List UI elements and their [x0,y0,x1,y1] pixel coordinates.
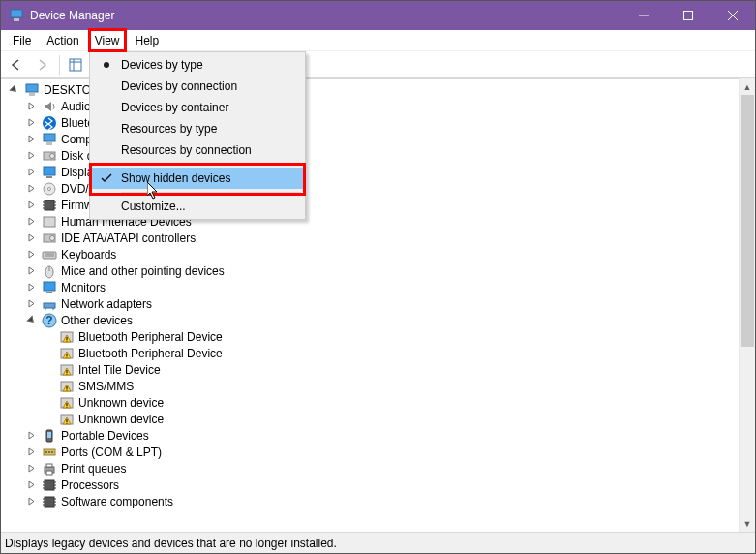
expand-icon[interactable] [24,116,38,130]
svg-rect-71 [45,480,54,490]
tree-node-label: Other devices [61,314,133,327]
tree-category-node[interactable]: Ports (COM & LPT) [24,444,755,460]
tree-node-label: Ports (COM & LPT) [61,446,162,459]
tree-category-node[interactable]: Portable Devices [24,427,755,444]
svg-rect-38 [46,292,52,293]
tree-category-node[interactable]: Print queues [24,460,755,477]
back-button[interactable] [5,53,28,77]
window-title: Device Manager [30,9,621,22]
expand-icon[interactable] [24,133,38,146]
chip-icon [42,494,57,509]
tree-node-label: Unknown device [78,396,164,410]
expand-icon[interactable] [24,462,38,476]
tree-node-label: Audio [61,100,91,113]
tree-category-node[interactable]: ?Other devices [24,312,755,328]
tree-device-node[interactable]: Intel Tile Device [42,361,755,378]
portable-icon [42,428,57,444]
menu-item-label: Resources by type [121,122,217,136]
expand-icon[interactable] [24,231,38,245]
expand-icon[interactable] [24,297,38,311]
expand-icon[interactable] [24,182,38,196]
vertical-scrollbar[interactable]: ▲ ▼ [739,78,755,532]
expand-icon[interactable] [24,166,38,179]
menu-view[interactable]: View [87,32,128,49]
tree-device-node[interactable]: Bluetooth Peripheral Device [42,345,755,361]
expand-icon[interactable] [24,215,38,229]
tree-category-node[interactable]: Software components [24,493,755,509]
collapse-icon[interactable] [24,314,38,327]
svg-rect-11 [26,84,38,92]
monitor-icon [42,280,57,295]
tree-node-label: Software components [61,495,173,508]
tree-node-label: IDE ATA/ATAPI controllers [61,231,196,245]
menu-devices-by-type[interactable]: Devices by type [92,54,303,76]
tree-category-node[interactable]: Mice and other pointing devices [24,262,755,279]
expand-icon[interactable] [24,478,38,492]
menu-show-hidden-devices[interactable]: Show hidden devices [92,168,303,189]
svg-point-66 [48,451,50,453]
tree-category-node[interactable]: Monitors [24,279,755,295]
menu-item-label: Show hidden devices [121,171,230,185]
expand-icon[interactable] [24,446,38,459]
svg-rect-69 [46,464,52,467]
svg-text:?: ? [45,314,52,327]
menu-devices-by-connection[interactable]: Devices by connection [92,76,303,97]
menu-help[interactable]: Help [128,32,167,49]
computer-icon [24,82,40,98]
forward-button[interactable] [30,53,53,77]
bluetooth-icon [42,115,57,131]
svg-point-46 [66,340,67,341]
tree-category-node[interactable]: IDE ATA/ATAPI controllers [24,230,755,246]
menu-action[interactable]: Action [39,32,86,49]
svg-point-49 [66,356,67,357]
svg-rect-63 [47,432,51,438]
tree-category-node[interactable]: Network adapters [24,295,755,312]
menu-resources-by-type[interactable]: Resources by type [92,118,303,139]
warn-icon [59,379,75,394]
tree-node-label: Processors [61,478,119,492]
menu-file[interactable]: File [5,32,39,49]
view-menu-dropdown: Devices by type Devices by connection De… [89,51,306,220]
scroll-thumb[interactable] [741,95,754,347]
tree-category-node[interactable]: Keyboards [24,246,755,262]
tree-category-node[interactable]: Processors [24,477,755,493]
svg-rect-3 [684,12,693,20]
expand-icon[interactable] [24,264,38,278]
scroll-down-arrow[interactable]: ▼ [740,515,755,532]
port-icon [42,445,57,460]
menu-customize[interactable]: Customize... [92,196,303,217]
warn-icon [59,346,75,361]
svg-rect-12 [29,93,35,96]
tree-device-node[interactable]: Unknown device [42,394,755,411]
collapse-icon[interactable] [7,83,20,97]
chip-icon [42,477,57,493]
menu-separator [121,192,301,193]
expand-icon[interactable] [24,199,38,212]
expand-icon[interactable] [24,100,38,113]
expand-icon[interactable] [24,495,38,508]
close-button[interactable] [711,1,755,30]
dvd-icon [42,181,57,197]
tree-node-label: Intel Tile Device [78,363,161,377]
tree-device-node[interactable]: Unknown device [42,411,755,427]
expand-icon[interactable] [24,149,38,163]
expand-icon[interactable] [24,281,38,294]
scroll-up-arrow[interactable]: ▲ [740,78,755,95]
svg-point-61 [66,422,67,423]
menu-devices-by-container[interactable]: Devices by container [92,97,303,118]
tree-device-node[interactable]: SMS/MMS [42,378,755,394]
chip-icon [42,198,57,213]
minimize-button[interactable] [621,1,666,30]
expand-icon[interactable] [24,429,38,443]
keyboard-icon [42,247,57,262]
svg-rect-19 [46,176,52,178]
expand-icon[interactable] [24,248,38,262]
printer-icon [42,461,57,477]
menu-resources-by-connection[interactable]: Resources by connection [92,139,303,161]
svg-rect-6 [70,59,81,71]
tree-device-node[interactable]: Bluetooth Peripheral Device [42,328,755,345]
tree-node-label: Print queues [61,462,126,476]
maximize-button[interactable] [666,1,711,30]
svg-point-31 [50,235,55,240]
show-hide-tree-button[interactable] [64,53,87,77]
